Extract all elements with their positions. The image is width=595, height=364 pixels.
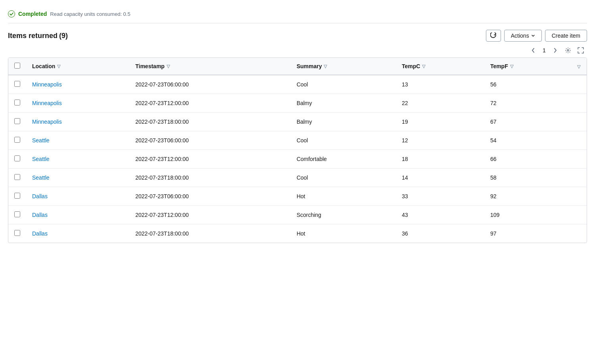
actions-button[interactable]: Actions [504,30,542,42]
location-link-5[interactable]: Seattle [32,174,50,181]
table-row: Dallas 2022-07-23T06:00:00 Hot 33 92 [8,187,587,206]
cell-extra-4 [571,150,587,169]
row-checkbox-0[interactable] [14,81,20,87]
page-wrapper: Completed Read capacity units consumed: … [0,0,595,249]
select-all-checkbox[interactable] [14,63,20,69]
cell-tempf-5: 58 [484,169,571,187]
location-link-3[interactable]: Seattle [32,137,50,144]
row-checkbox-3[interactable] [14,137,20,143]
cell-summary-7: Scorching [290,206,395,224]
cell-tempf-6: 92 [484,187,571,206]
prev-page-button[interactable] [528,45,539,56]
cell-summary-4: Comfortable [290,150,395,169]
cell-location-1: Minneapolis [26,94,129,113]
cell-extra-8 [571,224,587,243]
row-checkbox-2[interactable] [14,118,20,124]
cell-tempc-8: 36 [395,224,484,243]
cell-timestamp-4: 2022-07-23T12:00:00 [129,150,290,169]
cell-tempf-0: 56 [484,75,571,94]
cell-tempc-7: 43 [395,206,484,224]
col-header-summary[interactable]: Summary ▽ [290,58,395,75]
sort-icon-tempc: ▽ [422,64,425,69]
row-checkbox-1[interactable] [14,100,20,105]
cell-tempc-0: 13 [395,75,484,94]
cell-extra-0 [571,75,587,94]
select-all-header [8,58,26,75]
col-header-timestamp[interactable]: Timestamp ▽ [129,58,290,75]
col-header-extra[interactable]: ▽ [571,58,587,75]
table-row: Dallas 2022-07-23T12:00:00 Scorching 43 … [8,206,587,224]
cell-tempf-3: 54 [484,131,571,150]
svg-point-1 [567,50,569,51]
cell-summary-6: Hot [290,187,395,206]
current-page: 1 [540,47,548,54]
table-row: Seattle 2022-07-23T12:00:00 Comfortable … [8,150,587,169]
location-link-8[interactable]: Dallas [32,230,48,237]
cell-timestamp-6: 2022-07-23T06:00:00 [129,187,290,206]
cell-timestamp-0: 2022-07-23T06:00:00 [129,75,290,94]
table-row: Minneapolis 2022-07-23T06:00:00 Cool 13 … [8,75,587,94]
completed-icon [8,10,15,17]
location-link-7[interactable]: Dallas [32,212,48,218]
location-link-0[interactable]: Minneapolis [32,81,62,88]
cell-extra-2 [571,113,587,131]
cell-tempc-3: 12 [395,131,484,150]
page-settings-button[interactable] [562,45,574,56]
row-checkbox-6[interactable] [14,193,20,199]
cell-extra-1 [571,94,587,113]
cell-summary-1: Balmy [290,94,395,113]
completed-label: Completed [18,11,47,17]
table-row: Minneapolis 2022-07-23T18:00:00 Balmy 19… [8,113,587,131]
status-bar: Completed Read capacity units consumed: … [8,6,587,23]
cell-tempf-4: 66 [484,150,571,169]
sort-icon-tempf: ▽ [510,64,513,69]
cell-tempf-8: 97 [484,224,571,243]
cell-tempc-5: 14 [395,169,484,187]
cell-extra-5 [571,169,587,187]
col-header-tempc[interactable]: TempC ▽ [395,58,484,75]
cell-location-0: Minneapolis [26,75,129,94]
items-returned-count: (9) [59,32,68,40]
cell-location-3: Seattle [26,131,129,150]
location-link-6[interactable]: Dallas [32,193,48,199]
data-table: Location ▽ Timestamp ▽ Summary ▽ [8,58,587,243]
row-checkbox-4[interactable] [14,155,20,161]
row-checkbox-cell-5 [8,169,26,187]
cell-extra-7 [571,206,587,224]
cell-timestamp-3: 2022-07-23T06:00:00 [129,131,290,150]
col-header-location[interactable]: Location ▽ [26,58,129,75]
sort-icon-location: ▽ [57,64,60,69]
cell-location-4: Seattle [26,150,129,169]
cell-summary-3: Cool [290,131,395,150]
cell-tempf-7: 109 [484,206,571,224]
location-link-4[interactable]: Seattle [32,156,50,162]
location-link-2[interactable]: Minneapolis [32,119,62,125]
next-page-button[interactable] [550,45,561,56]
row-checkbox-cell-8 [8,224,26,243]
row-checkbox-7[interactable] [14,211,20,217]
cell-extra-6 [571,187,587,206]
cell-timestamp-7: 2022-07-23T12:00:00 [129,206,290,224]
cell-location-5: Seattle [26,169,129,187]
refresh-button[interactable] [486,30,501,42]
col-header-tempf[interactable]: TempF ▽ [484,58,571,75]
items-returned-title: Items returned (9) [8,32,68,40]
sort-icon-summary: ▽ [324,64,327,69]
row-checkbox-8[interactable] [14,230,20,236]
fullscreen-button[interactable] [575,45,586,56]
cell-summary-8: Hot [290,224,395,243]
sort-icon-timestamp: ▽ [167,64,170,69]
cell-tempc-4: 18 [395,150,484,169]
cell-extra-3 [571,131,587,150]
row-checkbox-cell-4 [8,150,26,169]
table-row: Minneapolis 2022-07-23T12:00:00 Balmy 22… [8,94,587,113]
cell-location-6: Dallas [26,187,129,206]
pagination-row: 1 [8,45,587,56]
location-link-1[interactable]: Minneapolis [32,100,62,106]
create-item-button[interactable]: Create item [545,30,587,42]
cell-tempc-6: 33 [395,187,484,206]
cell-tempc-1: 22 [395,94,484,113]
cell-timestamp-8: 2022-07-23T18:00:00 [129,224,290,243]
cell-tempc-2: 19 [395,113,484,131]
row-checkbox-5[interactable] [14,174,20,180]
